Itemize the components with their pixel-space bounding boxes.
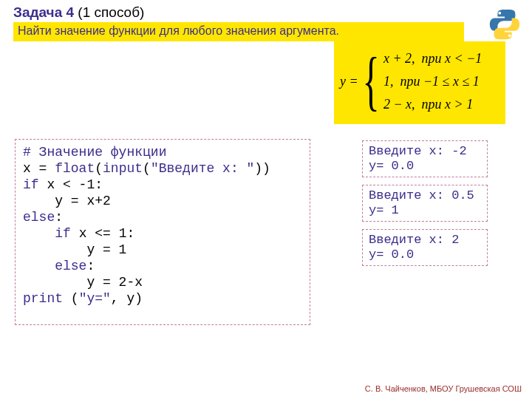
code-kw: if [55, 226, 71, 241]
code-text: : [55, 210, 63, 225]
case-cond: при x > 1 [422, 97, 474, 112]
output-box-3: Введите x: 2 y= 0.0 [362, 229, 488, 266]
code-text: ( [95, 161, 103, 176]
code-text: , y) [111, 291, 143, 306]
code-text: y = 2-x [23, 275, 143, 290]
code-str: "y=" [79, 291, 111, 306]
code-text [23, 226, 55, 241]
svg-point-1 [508, 34, 511, 37]
case-expr: x + 2, [383, 51, 415, 66]
code-text: y = 1 [23, 242, 126, 257]
code-kw: else [23, 210, 55, 225]
python-logo-icon [488, 7, 522, 41]
output-box-1: Введите x: -2 y= 0.0 [362, 140, 488, 177]
code-text: x = [23, 161, 55, 176]
svg-point-0 [498, 12, 501, 15]
code-kw: input [103, 161, 143, 176]
code-text: y = x+2 [23, 194, 111, 208]
code-text: : [86, 259, 95, 273]
case-cond: при x < −1 [422, 51, 482, 66]
case-expr: 1, [383, 74, 394, 89]
brace-icon: { [362, 49, 379, 114]
title-main: Задача 4 [13, 4, 74, 20]
code-kw: else [55, 259, 86, 273]
footer-credit: С. В. Чайченков, МБОУ Грушевская СОШ [365, 384, 522, 393]
title-rest: (1 способ) [74, 4, 144, 20]
output-box-2: Введите x: 0.5 y= 1 [362, 185, 488, 222]
code-kw: if [23, 177, 39, 192]
formula-box: y = { x + 2, при x < −1 1, при −1 ≤ x ≤ … [334, 41, 505, 124]
code-block: # Значение функции x = float(input("Введ… [15, 139, 310, 325]
code-kw: float [55, 161, 95, 176]
case-cond: при −1 ≤ x ≤ 1 [400, 74, 479, 89]
code-text [23, 259, 55, 273]
code-text: x <= 1: [71, 226, 134, 241]
formula-lhs: y = [340, 74, 358, 89]
code-text: )) [254, 161, 270, 176]
code-kw: print [23, 291, 63, 306]
code-comment: # Значение функции [23, 145, 166, 160]
case-expr: 2 − x, [383, 97, 415, 112]
subtitle: Найти значение функции для любого значен… [13, 22, 464, 41]
code-text: x < -1: [39, 177, 103, 192]
page-title: Задача 4 (1 способ) [13, 4, 144, 21]
code-text: ( [63, 291, 79, 306]
formula-cases: x + 2, при x < −1 1, при −1 ≤ x ≤ 1 2 − … [383, 51, 482, 112]
code-text: ( [143, 161, 151, 176]
code-str: "Введите x: " [151, 161, 254, 176]
